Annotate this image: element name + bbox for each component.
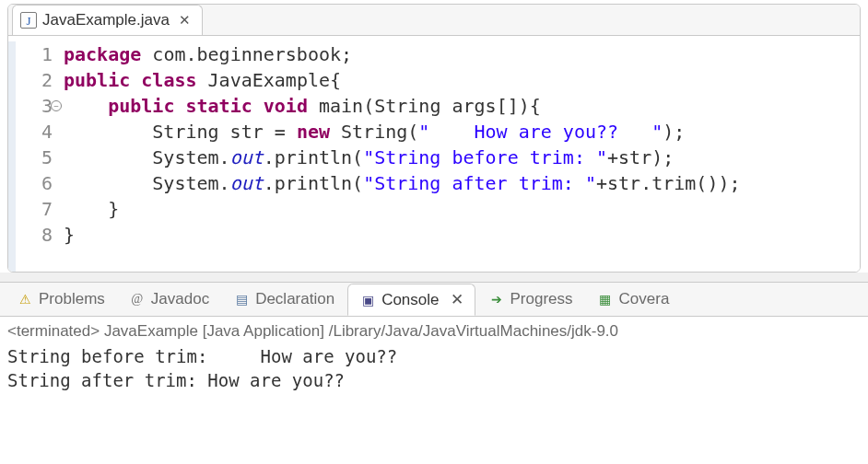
editor-tab-filename: JavaExample.java [42, 11, 170, 29]
code-line[interactable]: public static void main(String args[]){ [64, 93, 860, 119]
problems-icon: ⚠ [17, 291, 33, 307]
views-tabstrip: ⚠Problems@Javadoc▤Declaration▣Console✕➔P… [0, 282, 868, 317]
code-line[interactable]: } [64, 222, 860, 248]
editor-body[interactable]: 123−45678 package com.beginnersbook;publ… [8, 36, 860, 272]
tab-progress[interactable]: ➔Progress [477, 284, 584, 314]
line-number: 1 [8, 41, 53, 67]
splitter[interactable] [0, 273, 868, 282]
tab-problems[interactable]: ⚠Problems [6, 284, 116, 314]
java-file-icon: J [20, 12, 37, 29]
line-number: 4 [8, 119, 53, 145]
tab-coverage[interactable]: ▦Covera [586, 284, 681, 314]
code-line[interactable]: } [64, 196, 860, 222]
code-line[interactable]: System.out.println("String after trim: "… [64, 170, 860, 196]
tab-declaration[interactable]: ▤Declaration [222, 284, 346, 314]
tab-label: Covera [619, 290, 670, 308]
close-icon[interactable]: ✕ [451, 290, 463, 309]
line-number: 3− [8, 93, 53, 119]
line-number: 7 [8, 196, 53, 222]
console-launch-label: <terminated> JavaExample [Java Applicati… [7, 322, 861, 341]
console-icon: ▣ [359, 292, 376, 308]
javadoc-icon: @ [129, 291, 146, 307]
console-view: <terminated> JavaExample [Java Applicati… [0, 317, 868, 464]
coverage-icon: ▦ [597, 291, 614, 307]
code-line[interactable]: package com.beginnersbook; [64, 41, 860, 67]
editor-tabstrip: J JavaExample.java ✕ [8, 5, 860, 36]
console-output[interactable]: String before trim: How are you?? String… [7, 344, 861, 392]
declaration-icon: ▤ [233, 291, 250, 307]
code-line[interactable]: public class JavaExample{ [64, 67, 860, 93]
tab-label: Problems [39, 290, 105, 308]
tab-label: Javadoc [151, 290, 209, 308]
line-number: 2 [8, 67, 53, 93]
editor-panel: J JavaExample.java ✕ 123−45678 package c… [7, 4, 861, 273]
code-line[interactable]: String str = new String(" How are you?? … [64, 119, 860, 145]
code-line[interactable]: System.out.println("String before trim: … [64, 145, 860, 170]
tab-label: Progress [510, 290, 573, 308]
fold-icon[interactable]: − [51, 100, 62, 111]
line-number: 5 [8, 145, 53, 170]
tab-javadoc[interactable]: @Javadoc [118, 284, 220, 314]
progress-icon: ➔ [488, 291, 505, 307]
close-icon[interactable]: ✕ [179, 12, 191, 29]
line-number: 8 [8, 222, 53, 248]
editor-gutter: 123−45678 [8, 41, 64, 272]
tab-label: Console [381, 291, 439, 309]
code-area[interactable]: package com.beginnersbook;public class J… [64, 41, 860, 272]
editor-tab-javaexample[interactable]: J JavaExample.java ✕ [12, 5, 203, 35]
tab-label: Declaration [255, 290, 334, 308]
tab-console[interactable]: ▣Console✕ [347, 284, 475, 316]
line-number: 6 [8, 170, 53, 196]
